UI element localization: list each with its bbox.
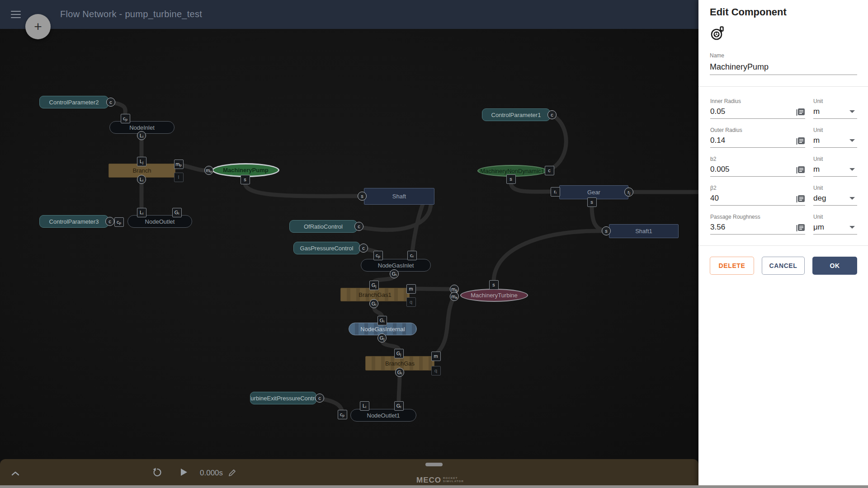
expression-icon[interactable] <box>795 136 805 146</box>
node-control-parameter2[interactable]: ControlParameter2 <box>39 96 108 108</box>
port-nodeoutlet1-li[interactable]: Li <box>360 401 369 411</box>
sim-time: 0.000s <box>200 469 223 478</box>
field-input[interactable]: 40 <box>710 194 719 203</box>
port-gaspressure-c[interactable]: c <box>359 244 368 253</box>
port-nodegasinternal-gi[interactable]: Gi <box>377 316 387 325</box>
port-branch-i[interactable]: I <box>174 173 184 182</box>
node-node-outlet1[interactable]: NodeOutlet1 <box>350 409 416 422</box>
field-label: b2 <box>710 156 716 162</box>
node-control-parameter3[interactable]: ControlParameter3 <box>39 215 108 228</box>
port-nodeinlet-li[interactable]: Li <box>137 131 146 140</box>
port-mnd1-s[interactable]: s <box>506 174 516 184</box>
port-branch-lj[interactable]: Lj <box>137 157 146 166</box>
cancel-button[interactable]: CANCEL <box>762 257 805 275</box>
port-nodeoutlet-gi[interactable]: Gi <box>172 208 182 217</box>
node-of-ratio-control[interactable]: OfRatioControl <box>289 220 357 233</box>
edge-tepc-to-nodeoutlet1[interactable] <box>321 399 342 410</box>
edge-gear-to-shaft1[interactable] <box>592 205 602 230</box>
port-nodegasinlet-gi[interactable]: Gi <box>390 269 399 278</box>
edge-mnd1-to-gear[interactable] <box>511 183 551 192</box>
port-gear-ri[interactable]: ri <box>551 187 560 197</box>
node-gas-pressure-control[interactable]: GasPressureControl <box>293 242 360 254</box>
drag-handle[interactable] <box>425 463 443 466</box>
port-nodeoutlet-li[interactable]: Li <box>137 208 146 217</box>
port-pump-mo[interactable]: mo <box>204 166 213 175</box>
port-tepc-c[interactable]: c <box>315 394 324 403</box>
name-field-input[interactable]: MachineryPump <box>710 62 769 72</box>
unit-select[interactable]: m <box>813 136 820 145</box>
expression-icon[interactable] <box>795 194 805 204</box>
port-cp2-c[interactable]: c <box>106 98 115 107</box>
edge-cp1-to-mnd1[interactable] <box>552 116 566 169</box>
delete-button[interactable]: DELETE <box>710 257 754 275</box>
port-branchgas1-q[interactable]: q <box>406 297 416 307</box>
port-nodeinlet-cp[interactable]: cp <box>121 114 130 123</box>
chevron-down-icon[interactable] <box>849 110 855 113</box>
unit-label: Unit <box>813 214 823 220</box>
port-gear-s[interactable]: s <box>587 197 597 207</box>
port-nodeoutlet-cp[interactable]: cp <box>114 217 124 227</box>
edge-branch-to-pump[interactable] <box>181 165 204 170</box>
field-input[interactable]: 0.05 <box>710 107 725 116</box>
expression-icon[interactable] <box>795 223 805 233</box>
port-branchgas-gj[interactable]: Gj <box>394 349 404 358</box>
node-shaft[interactable]: Shaft <box>364 188 434 205</box>
field-input[interactable]: 0.005 <box>710 165 730 174</box>
node-control-parameter1[interactable]: ControlParameter1 <box>482 108 550 121</box>
port-branchgas-q[interactable]: q <box>431 366 441 375</box>
expression-icon[interactable] <box>795 165 805 175</box>
chevron-down-icon[interactable] <box>849 197 855 200</box>
reset-icon[interactable] <box>152 467 163 478</box>
edge-turbine-to-shaft1[interactable] <box>494 231 602 282</box>
chevron-down-icon[interactable] <box>849 226 855 229</box>
unit-select[interactable]: m <box>813 107 820 116</box>
bottom-scrollbar[interactable] <box>0 485 868 488</box>
port-ofratio-c[interactable]: c <box>354 222 363 231</box>
port-mnd1-c[interactable]: c <box>545 166 554 175</box>
port-branchgas-gi[interactable]: Gi <box>395 368 404 377</box>
play-icon[interactable] <box>179 468 188 477</box>
field-input[interactable]: 0.14 <box>710 136 725 145</box>
ok-button[interactable]: OK <box>812 257 857 275</box>
edge-branchgas1-to-turbine[interactable] <box>414 289 452 289</box>
unit-select[interactable]: μm <box>813 223 824 232</box>
port-branch-li[interactable]: Li <box>137 175 146 184</box>
collapse-chevron-icon[interactable] <box>11 471 20 476</box>
port-branchgas1-m[interactable]: m <box>406 284 416 294</box>
port-gear-rj[interactable]: rj <box>624 188 633 197</box>
port-cp1-c[interactable]: c <box>547 110 557 119</box>
port-pump-s[interactable]: s <box>241 175 250 184</box>
chevron-down-icon[interactable] <box>849 168 855 171</box>
port-branch-mp[interactable]: mp <box>174 160 184 169</box>
port-shaft1-s[interactable]: s <box>602 226 611 235</box>
port-shaft-s[interactable]: s <box>358 192 367 201</box>
port-nodegasinternal-gj[interactable]: Gj <box>377 333 387 343</box>
node-turbine-exit-pressure-control[interactable]: TurbineExitPressureControl <box>250 392 316 404</box>
port-nodegasinlet-cr[interactable]: cr <box>407 251 417 260</box>
unit-select[interactable]: deg <box>813 194 826 203</box>
expression-icon[interactable] <box>795 107 805 117</box>
port-turbine-s[interactable]: s <box>489 280 499 290</box>
flow-network-canvas[interactable]: ControlParameter2NodeInletBranchControlP… <box>0 0 698 488</box>
unit-select[interactable]: m <box>813 165 820 174</box>
menu-icon[interactable] <box>11 11 21 18</box>
port-turbine-ma[interactable]: ma <box>450 292 459 301</box>
edit-time-icon[interactable] <box>228 469 236 477</box>
edge-branchgas-to-nodeoutlet1[interactable] <box>399 375 400 402</box>
port-nodeoutlet1-cp[interactable]: cp <box>338 410 347 419</box>
node-machinery-turbine[interactable]: MachineryTurbine <box>460 289 528 302</box>
node-shaft1[interactable]: Shaft1 <box>609 224 679 238</box>
edit-component-panel: Edit Component Name MachineryPump Inner … <box>698 0 868 485</box>
port-branchgas1-gj[interactable]: Gj <box>369 281 379 290</box>
edge-pump-to-shaft[interactable] <box>245 183 358 196</box>
port-branchgas1-gi[interactable]: Gi <box>369 299 378 308</box>
port-cp3-c[interactable]: c <box>105 217 114 226</box>
port-branchgas-m[interactable]: m <box>431 352 441 361</box>
port-nodegasinlet-cp[interactable]: cp <box>373 251 383 260</box>
field-input[interactable]: 3.56 <box>710 223 725 232</box>
unit-label: Unit <box>813 98 823 104</box>
edge-branchgas-to-turbine[interactable] <box>437 298 453 353</box>
add-component-button[interactable]: + <box>25 14 51 39</box>
port-nodeoutlet1-gi[interactable]: Gi <box>394 401 404 411</box>
chevron-down-icon[interactable] <box>849 139 855 142</box>
